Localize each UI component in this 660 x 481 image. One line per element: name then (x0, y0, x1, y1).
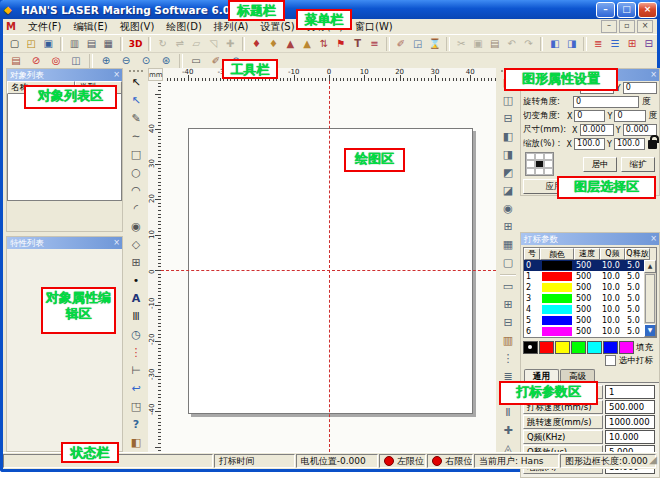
save-file-icon[interactable]: ▣ (41, 36, 56, 52)
color-swatch[interactable] (571, 341, 586, 354)
pen-table-row[interactable]: 250010.05.0 (524, 282, 656, 293)
align-bottom-icon[interactable]: ◪ (498, 182, 519, 200)
selected-mark-checkbox[interactable] (605, 355, 616, 366)
arc-3pt-tool-icon[interactable]: ◜ (126, 200, 147, 218)
object-list-close-icon[interactable]: × (113, 69, 120, 81)
rectangle-tool-icon[interactable]: □ (126, 146, 147, 164)
menu-item[interactable]: 绘图(D) (160, 19, 208, 35)
select-tool-icon[interactable]: ↖ (126, 74, 147, 92)
scroll-down-icon[interactable]: ▼ (644, 324, 656, 337)
parameter-value-field[interactable]: 500.000 (605, 400, 655, 414)
color-swatch[interactable] (587, 341, 602, 354)
select-rect-icon[interactable]: ▭ (187, 53, 205, 69)
array-copy-icon[interactable]: ▦ (498, 236, 519, 254)
zoom-out-icon[interactable]: ⊖ (117, 53, 135, 69)
mdi-minimize-button[interactable]: – (601, 20, 617, 33)
parameter-value-field[interactable]: 1 (605, 385, 655, 399)
pen-table-row[interactable]: 650010.05.0 (524, 326, 656, 337)
graphic-properties-close-icon[interactable]: × (650, 69, 657, 81)
mdi-close-button[interactable]: × (637, 20, 653, 33)
mark-preview-icon[interactable]: ◲ (410, 36, 425, 52)
parameter-value-field[interactable]: 10.000 (605, 430, 655, 444)
pen-column-header[interactable]: 速度 (574, 248, 600, 260)
shear-y-field[interactable]: 0 (614, 110, 645, 122)
open-file-icon[interactable]: ◰ (24, 36, 39, 52)
mark-parameters-close-icon[interactable]: × (650, 233, 657, 245)
device-output-icon[interactable]: ▤ (7, 53, 25, 69)
toggle-left-panel-icon[interactable]: ◧ (547, 36, 562, 52)
size-x-field[interactable]: 0.000 (580, 124, 614, 136)
import-file-icon[interactable]: ▥ (67, 36, 82, 52)
work-page[interactable] (188, 128, 473, 414)
pen-table-row[interactable]: 350010.05.0 (524, 293, 656, 304)
node-edit-tool-icon[interactable]: ↖ (126, 92, 147, 110)
eraser-icon[interactable]: ✐ (394, 36, 409, 52)
combine-tool-icon[interactable]: ▭ (498, 278, 519, 296)
menu-item[interactable]: 编辑(E) (68, 19, 114, 35)
resize-grip-icon[interactable]: ◢ (649, 454, 657, 465)
pen-table-row[interactable]: 550010.05.0 (524, 315, 656, 326)
align-center-icon[interactable]: ◉ (498, 200, 519, 218)
mirror-vertical-icon[interactable]: ⊟ (498, 110, 519, 128)
stop-mark-icon[interactable]: ⊘ (27, 53, 45, 69)
mark-tool-1-icon[interactable]: ♦ (249, 36, 264, 52)
pen-column-header[interactable]: 号 (524, 248, 540, 260)
mirror-horizontal-icon[interactable]: ◫ (498, 92, 519, 110)
scroll-up-icon[interactable]: ▲ (644, 260, 656, 273)
output-port-tool-icon[interactable]: ◳ (126, 398, 147, 416)
traffic-light-tool-icon[interactable]: ⋮ (126, 344, 147, 362)
color-swatch[interactable] (555, 341, 570, 354)
toggle-right-panel-icon[interactable]: ◨ (564, 36, 579, 52)
pen-tool-icon[interactable]: ✎ (126, 110, 147, 128)
pen-column-header[interactable]: Q释放 (625, 248, 650, 260)
drawing-canvas[interactable] (161, 81, 496, 452)
pen-table-row[interactable]: 450010.05.0 (524, 304, 656, 315)
fit-button[interactable]: 缩扩 (621, 157, 655, 172)
break-tool-icon[interactable]: ⊟ (498, 314, 519, 332)
ellipse-tool-icon[interactable]: ○ (126, 164, 147, 182)
aspect-lock-icon[interactable] (648, 140, 657, 149)
fill-tool-icon[interactable]: ◧ (126, 434, 147, 452)
frame-bound-icon[interactable]: ◫ (67, 53, 85, 69)
close-button[interactable]: × (638, 2, 657, 18)
rotation-field[interactable]: 0 (573, 96, 639, 108)
point-tool-icon[interactable]: • (126, 272, 147, 290)
make-same-size-icon[interactable]: ⊞ (498, 218, 519, 236)
clock-tool-icon[interactable]: ◷ (126, 326, 147, 344)
red-light-target-icon[interactable]: ◎ (47, 53, 65, 69)
anchor-grid[interactable] (525, 152, 554, 176)
print-icon[interactable]: ▤ (84, 36, 99, 52)
paste-icon[interactable]: ▤ (487, 36, 502, 52)
expand-tool-icon[interactable]: ✚ (498, 422, 519, 440)
mark-flag-icon[interactable]: ⚑ (333, 36, 348, 52)
parameter-value-field[interactable]: 1000.000 (605, 415, 655, 429)
shear-x-field[interactable]: 0 (574, 110, 605, 122)
distribute-vertical-icon[interactable]: ≣ (591, 36, 606, 52)
zoom-in-icon[interactable]: ⊕ (97, 53, 115, 69)
path-points-tool-icon[interactable]: ⋮ (498, 350, 519, 368)
help-tool-icon[interactable]: ? (126, 416, 147, 434)
mark-tool-2-icon[interactable]: ♦ (266, 36, 281, 52)
pen-column-header[interactable]: Q频 (600, 248, 625, 260)
toolbar-drag-handle[interactable] (129, 70, 143, 72)
view-3d-icon[interactable]: 3D (127, 36, 143, 52)
position-y-field[interactable]: 0 (623, 82, 657, 94)
text-tool-icon[interactable]: A (126, 290, 147, 308)
scroll-thumb[interactable] (645, 274, 655, 323)
pen-table-row[interactable]: 150010.05.0 (524, 271, 656, 282)
zoom-all-icon[interactable]: ⊛ (157, 53, 175, 69)
object-list-body[interactable] (7, 94, 122, 201)
align-left-icon[interactable]: ◧ (498, 128, 519, 146)
color-swatch[interactable] (603, 341, 618, 354)
circle-3pt-tool-icon[interactable]: ◉ (126, 218, 147, 236)
curve-tool-icon[interactable]: ∼ (126, 128, 147, 146)
mark-text-icon[interactable]: T (350, 36, 365, 52)
new-file-icon[interactable]: ▢ (7, 36, 22, 52)
group-tool-icon[interactable]: ▢ (498, 254, 519, 272)
grid-table-tool-icon[interactable]: ⊞ (126, 254, 147, 272)
barcode-tool-icon[interactable]: Ⅲ (126, 308, 147, 326)
group-objects-icon[interactable]: ⊞ (624, 36, 639, 52)
pair-tool-icon[interactable]: Ⅱ (498, 404, 519, 422)
zoom-window-icon[interactable]: ⊙ (137, 53, 155, 69)
color-swatch[interactable] (539, 341, 554, 354)
